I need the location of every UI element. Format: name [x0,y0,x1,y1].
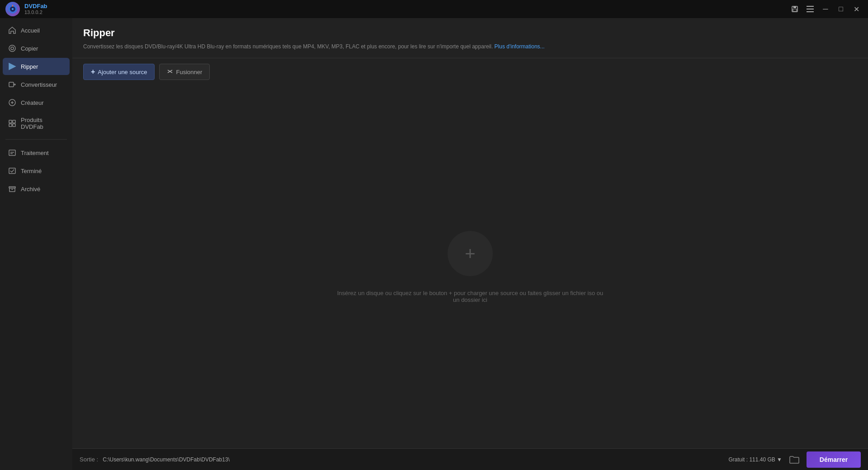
add-source-label: Ajouter une source [98,69,147,75]
drop-hint: Insérez un disque ou cliquez sur le bout… [335,290,606,303]
svg-rect-7 [807,9,814,9]
svg-point-10 [11,47,14,50]
convert-icon [8,80,16,89]
sidebar-label-produits: Produits DVDFab [21,117,64,130]
svg-marker-11 [9,63,15,70]
footer-right: Gratuit : 111.40 GB ▼ Démarrer [728,451,861,468]
merge-button[interactable]: Fusionner [159,64,210,80]
sidebar-item-traitement[interactable]: Traitement [3,144,70,161]
sidebar-item-archive[interactable]: Archivé [3,180,70,197]
sidebar-item-copier[interactable]: Copier [3,40,70,57]
svg-rect-18 [9,150,15,155]
add-circle-button[interactable]: + [448,231,493,276]
titlebar-minimize-button[interactable]: ─ [819,3,832,15]
add-circle-icon: + [465,244,475,263]
titlebar: DVDFab 13.0.0.2 ─ □ ✕ [0,0,868,18]
sidebar-divider [5,139,67,140]
archive-icon [8,185,16,193]
merge-icon [167,68,173,76]
folder-button[interactable] [789,456,799,464]
svg-point-9 [9,45,15,52]
toolbar: + Ajouter une source Fusionner [72,58,868,85]
sidebar-label-convertisseur: Convertisseur [21,81,57,88]
dropdown-arrow[interactable]: ▼ [777,456,782,463]
sidebar-label-accueil: Accueil [21,27,40,34]
page-header: Ripper Convertissez les disques DVD/Blu-… [72,18,868,58]
processing-icon [8,149,16,157]
svg-rect-6 [807,6,814,7]
sidebar-item-produits[interactable]: Produits DVDFab [3,112,70,135]
svg-rect-8 [807,11,814,12]
sidebar-label-createur: Créateur [21,99,44,106]
ripper-icon [8,62,16,70]
sidebar-label-termine: Terminé [21,168,42,174]
sidebar-item-convertisseur[interactable]: Convertisseur [3,76,70,93]
start-button[interactable]: Démarrer [807,451,861,468]
titlebar-save-button[interactable] [788,3,801,15]
svg-rect-19 [9,168,15,174]
svg-point-2 [12,8,14,10]
sidebar-item-createur[interactable]: Créateur [3,94,70,111]
main-layout: Accueil Copier Ripper [0,18,868,470]
sidebar-item-termine[interactable]: Terminé [3,162,70,179]
free-space-text: Gratuit : 111.40 GB [728,456,775,463]
add-source-button[interactable]: + Ajouter une source [83,64,155,80]
sidebar-label-traitement: Traitement [21,150,49,156]
sidebar-item-ripper[interactable]: Ripper [3,58,70,75]
products-icon [8,119,16,127]
sidebar: Accueil Copier Ripper [0,18,72,470]
output-path: C:\Users\kun.wang\Documents\DVDFab\DVDFa… [103,456,230,463]
svg-rect-14 [9,120,12,123]
titlebar-maximize-button[interactable]: □ [835,3,847,15]
merge-label: Fusionner [176,69,202,75]
svg-rect-17 [13,124,15,127]
nav-section-bottom: Traitement Terminé [0,144,72,197]
app-version: 13.0.0.2 [24,9,47,15]
svg-rect-4 [793,6,796,8]
footer: Sortie : C:\Users\kun.wang\Documents\DVD… [72,448,868,470]
nav-section-main: Accueil Copier Ripper [0,22,72,135]
sidebar-label-copier: Copier [21,45,38,52]
content-area: Ripper Convertissez les disques DVD/Blu-… [72,18,868,470]
more-info-link[interactable]: Plus d'informations... [495,43,545,50]
titlebar-menu-button[interactable] [804,3,816,15]
sidebar-label-ripper: Ripper [21,63,38,70]
page-description-text: Convertissez les disques DVD/Blu-ray/4K … [83,43,493,50]
titlebar-close-button[interactable]: ✕ [850,3,863,15]
svg-rect-12 [9,82,14,87]
home-icon [8,26,16,34]
svg-rect-21 [9,188,15,192]
plus-icon: + [91,68,95,76]
page-title: Ripper [83,27,857,39]
svg-rect-15 [13,120,15,123]
output-label: Sortie : [80,456,98,463]
free-space: Gratuit : 111.40 GB ▼ [728,456,782,463]
copy-icon [8,44,16,52]
done-icon [8,167,16,175]
create-icon [8,99,16,107]
drop-zone[interactable]: + Insérez un disque ou cliquez sur le bo… [72,85,868,448]
app-name: DVDFab [24,3,47,10]
svg-rect-5 [793,9,797,11]
svg-rect-16 [9,124,12,127]
app-logo [5,2,20,16]
sidebar-item-accueil[interactable]: Accueil [3,22,70,39]
sidebar-label-archive: Archivé [21,186,40,193]
footer-left: Sortie : C:\Users\kun.wang\Documents\DVD… [80,456,230,463]
titlebar-left: DVDFab 13.0.0.2 [5,2,47,16]
page-description: Convertissez les disques DVD/Blu-ray/4K … [83,42,857,51]
titlebar-controls: ─ □ ✕ [788,3,863,15]
